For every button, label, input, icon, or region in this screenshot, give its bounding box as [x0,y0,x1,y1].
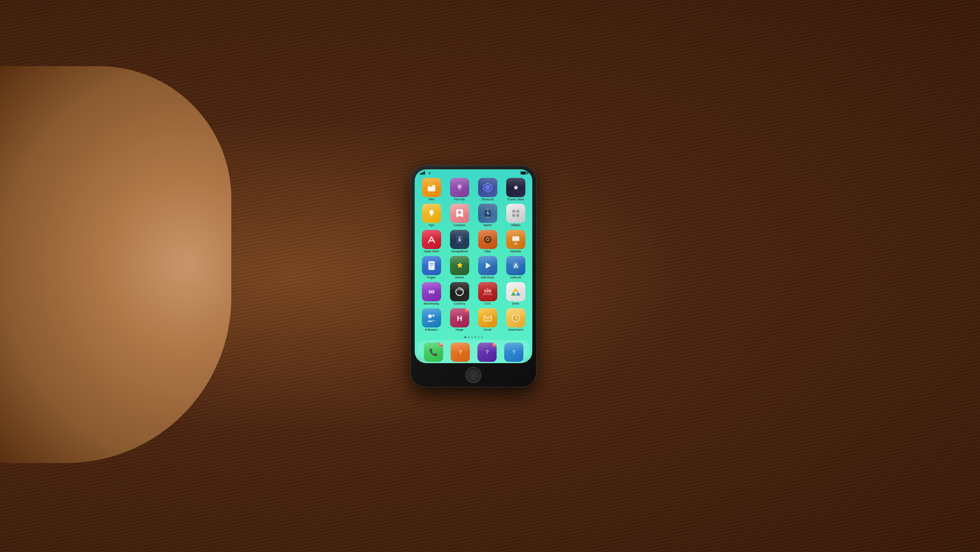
app-hinge[interactable]: H49Hinge [447,308,472,332]
page-dot-5 [481,337,483,338]
svg-text:?: ? [512,349,515,356]
svg-text:A: A [514,262,518,269]
signal-bar-2 [421,173,422,175]
app-icon-cvs: CVSpharmacy♥ [478,282,497,301]
signal-bar-4 [424,171,425,175]
app-cutstory[interactable]: CutStory [447,282,472,306]
app-addmusic[interactable]: Add Music [475,256,500,279]
app-watch[interactable]: Watch [475,204,500,227]
svg-rect-20 [516,210,519,213]
app-contacts[interactable]: Contacts [447,204,472,227]
app-keynote[interactable]: Keynote [503,230,528,253]
app-label-utilities: Utilities [511,224,520,227]
svg-rect-22 [516,214,519,217]
svg-point-30 [487,238,489,241]
app-drive[interactable]: Drive [503,282,528,306]
app-icon-gmail [478,308,497,327]
app-label-airbrush: AirBrush [510,276,522,279]
svg-marker-6 [485,185,490,190]
app-label-pages: Pages [427,276,436,279]
app-shortcuts[interactable]: Shortcuts [475,178,500,201]
app-gmail[interactable]: Gmail [475,308,500,332]
app-icon-garageband [450,230,469,249]
hand [0,66,231,463]
svg-text:H: H [457,314,462,322]
app-stockalarm[interactable]: StockAlarm [503,308,528,332]
app-icon-contacts [450,204,469,223]
svg-marker-33 [515,242,517,244]
app-icon-clips [478,230,497,249]
app-label-shortcuts: Shortcuts [481,198,494,201]
svg-marker-56 [514,288,518,292]
app-icon-watch [478,204,497,223]
svg-text:📞: 📞 [429,348,438,356]
dock-app-phone[interactable]: 📞22 [421,343,445,362]
app-tips[interactable]: Tips [418,204,444,227]
signal-bars [420,171,425,175]
app-icon-findmy [450,178,469,197]
app-icon-boomerang: ∞ [422,282,441,301]
app-itunes[interactable]: ★iTunes Store [503,178,528,201]
app-files[interactable]: Files [418,178,444,201]
svg-rect-9 [431,215,433,216]
svg-point-4 [458,185,460,187]
app-icon-shortcuts [478,178,497,197]
svg-point-12 [458,211,461,214]
svg-rect-37 [430,265,433,266]
app-label-itunes: iTunes Store [507,198,524,201]
page-dot-0 [465,337,466,338]
app-icon-cutstory [450,282,469,301]
svg-rect-19 [512,210,515,213]
svg-point-26 [458,239,461,241]
dock-icon-phone: 📞22 [424,343,443,362]
app-appstore[interactable]: Apple Store [418,230,444,253]
page-dot-4 [478,337,479,338]
app-garageband[interactable]: GarageBand [447,230,472,253]
app-imovie[interactable]: ⭐iMovie [447,256,472,279]
dock: 📞22??92? [417,340,530,363]
dock-app-safari[interactable]: ? [448,343,472,362]
app-label-followers: Followers [425,329,438,332]
svg-text:★: ★ [512,183,519,191]
phone-wrapper: FilesFind MyShortcuts★iTunes StoreTipsCo… [411,165,536,387]
app-cvs[interactable]: CVSpharmacy♥CVS [475,282,500,306]
status-bar [415,169,532,176]
app-clips[interactable]: Clips [475,230,500,253]
app-icon-airbrush: A [506,256,525,275]
dock-app-music[interactable]: ? [501,343,526,362]
dock-icon-messages: ?92 [477,343,496,362]
wifi-icon [428,171,431,175]
app-icon-imovie: ⭐ [450,256,469,275]
app-followers[interactable]: Followers [418,308,444,332]
svg-rect-34 [514,244,517,245]
app-label-stockalarm: StockAlarm [508,329,523,332]
app-label-boomerang: Boomerang [423,302,439,306]
app-icon-addmusic [478,256,497,275]
svg-text:pharmacy: pharmacy [483,293,493,296]
page-dots [415,334,532,340]
app-airbrush[interactable]: AAirBrush [503,256,528,279]
app-grid: FilesFind MyShortcuts★iTunes StoreTipsCo… [415,176,532,334]
phone-screen: FilesFind MyShortcuts★iTunes StoreTipsCo… [415,169,532,363]
status-right [520,171,527,175]
app-findmy[interactable]: Find My [447,178,472,201]
app-boomerang[interactable]: ∞Boomerang [418,282,444,306]
svg-marker-41 [486,263,491,269]
app-label-gmail: Gmail [484,329,492,332]
dock-icon-safari: ? [451,343,470,362]
app-label-imovie: iMovie [455,276,464,279]
app-label-garageband: GarageBand [451,250,468,253]
svg-text:⭐: ⭐ [456,262,463,268]
app-label-drive: Drive [512,302,519,306]
dock-app-messages[interactable]: ?92 [475,343,499,362]
svg-text:?: ? [485,349,489,356]
app-utilities[interactable]: Utilities [503,204,528,227]
app-icon-utilities [506,204,525,223]
signal-bar-3 [423,172,423,175]
app-icon-appstore [422,230,441,249]
app-icon-files [422,178,441,197]
app-pages[interactable]: Pages [418,256,444,279]
svg-rect-38 [430,266,432,267]
app-icon-stockalarm [506,308,525,327]
app-label-cutstory: CutStory [453,302,465,306]
